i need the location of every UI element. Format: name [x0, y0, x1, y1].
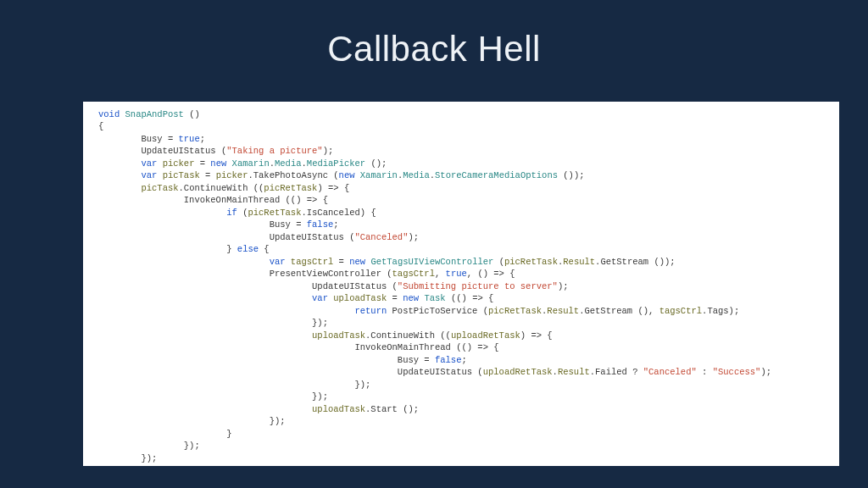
slide: Callback Hell void SnapAndPost () { Busy… [0, 0, 868, 488]
code-snippet: void SnapAndPost () { Busy = true; Updat… [98, 108, 831, 466]
code-snippet-container: void SnapAndPost () { Busy = true; Updat… [83, 102, 839, 466]
slide-title: Callback Hell [0, 0, 868, 69]
